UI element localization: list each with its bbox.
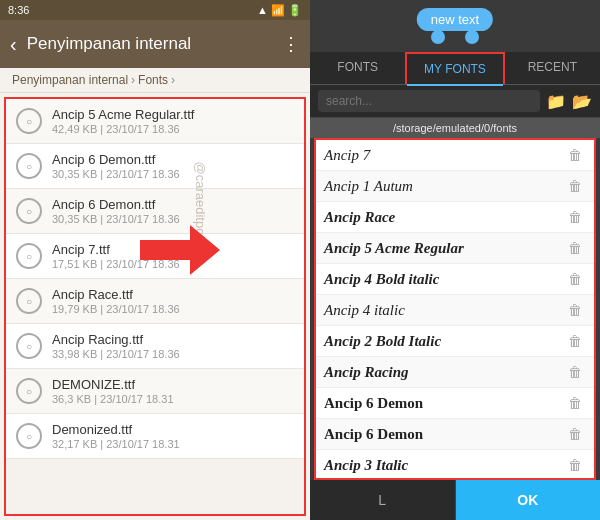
font-list-item[interactable]: Ancip Race 🗑	[316, 202, 594, 233]
font-list-item[interactable]: Ancip 7 🗑	[316, 140, 594, 171]
file-meta: 19,79 KB | 23/10/17 18.36	[52, 303, 294, 315]
font-list-item[interactable]: Ancip 3 Italic 🗑	[316, 450, 594, 480]
ok-button[interactable]: OK	[456, 480, 601, 520]
font-list-item[interactable]: Ancip 4 Bold italic 🗑	[316, 264, 594, 295]
file-icon: ○	[16, 243, 42, 269]
wifi-icon: 📶	[271, 4, 285, 17]
file-name: Ancip 6 Demon.ttf	[52, 152, 294, 167]
menu-button[interactable]: ⋮	[282, 33, 300, 55]
toolbar: ‹ Penyimpanan internal ⋮	[0, 20, 310, 68]
import-icon[interactable]: 📂	[572, 92, 592, 111]
font-label: Ancip Race	[324, 209, 564, 226]
file-icon: ○	[16, 108, 42, 134]
tab-fonts[interactable]: FONTS	[310, 52, 405, 84]
font-label: Ancip 6 Demon	[324, 395, 564, 412]
file-item[interactable]: ○ Ancip 6 Demon.ttf 30,35 KB | 23/10/17 …	[6, 144, 304, 189]
left-panel: 8:36 ▲ 📶 🔋 ‹ Penyimpanan internal ⋮ Peny…	[0, 0, 310, 520]
status-time: 8:36	[8, 4, 29, 16]
search-row: 📁 📂	[310, 85, 600, 118]
file-name: Ancip 5 Acme Regular.ttf	[52, 107, 294, 122]
file-item[interactable]: ○ Ancip Racing.ttf 33,98 KB | 23/10/17 1…	[6, 324, 304, 369]
delete-icon[interactable]: 🗑	[564, 207, 586, 227]
delete-icon[interactable]: 🗑	[564, 424, 586, 444]
delete-icon[interactable]: 🗑	[564, 145, 586, 165]
file-info: Ancip 6 Demon.ttf 30,35 KB | 23/10/17 18…	[52, 197, 294, 225]
file-info: Ancip 7.ttf 17,51 KB | 23/10/17 18.36	[52, 242, 294, 270]
file-info: Ancip 6 Demon.ttf 30,35 KB | 23/10/17 18…	[52, 152, 294, 180]
tab-my-fonts[interactable]: MY FONTS	[405, 52, 504, 84]
right-panel: new text FONTS MY FONTS RECENT 📁 📂 /stor…	[310, 0, 600, 520]
file-item[interactable]: ○ Demonized.ttf 32,17 KB | 23/10/17 18.3…	[6, 414, 304, 459]
font-label: Ancip 1 Autum	[324, 178, 564, 195]
battery-icon: 🔋	[288, 4, 302, 17]
delete-icon[interactable]: 🗑	[564, 362, 586, 382]
file-list: ○ Ancip 5 Acme Regular.ttf 42,49 KB | 23…	[4, 97, 306, 516]
file-icon: ○	[16, 378, 42, 404]
status-icons: ▲ 📶 🔋	[257, 4, 302, 17]
file-info: Demonized.ttf 32,17 KB | 23/10/17 18.31	[52, 422, 294, 450]
folder-path-bar: /storage/emulated/0/fonts	[310, 118, 600, 138]
file-meta: 30,35 KB | 23/10/17 18.36	[52, 213, 294, 225]
file-meta: 36,3 KB | 23/10/17 18.31	[52, 393, 294, 405]
file-item[interactable]: ○ Ancip 6 Demon.ttf 30,35 KB | 23/10/17 …	[6, 189, 304, 234]
handle-dots	[431, 30, 479, 44]
font-label: Ancip 4 Bold italic	[324, 271, 564, 288]
font-list-item[interactable]: Ancip 2 Bold Italic 🗑	[316, 326, 594, 357]
toolbar-title: Penyimpanan internal	[27, 34, 272, 54]
delete-icon[interactable]: 🗑	[564, 176, 586, 196]
font-label: Ancip 7	[324, 147, 564, 164]
font-label: Ancip 2 Bold Italic	[324, 333, 564, 350]
file-meta: 33,98 KB | 23/10/17 18.36	[52, 348, 294, 360]
file-info: DEMONIZE.ttf 36,3 KB | 23/10/17 18.31	[52, 377, 294, 405]
font-list-item[interactable]: Ancip 4 italic 🗑	[316, 295, 594, 326]
delete-icon[interactable]: 🗑	[564, 331, 586, 351]
delete-icon[interactable]: 🗑	[564, 238, 586, 258]
file-meta: 42,49 KB | 23/10/17 18.36	[52, 123, 294, 135]
file-name: Ancip 6 Demon.ttf	[52, 197, 294, 212]
file-icon: ○	[16, 288, 42, 314]
font-list-item[interactable]: Ancip 6 Demon 🗑	[316, 419, 594, 450]
file-icon: ○	[16, 423, 42, 449]
file-icon: ○	[16, 153, 42, 179]
file-item[interactable]: ○ DEMONIZE.ttf 36,3 KB | 23/10/17 18.31	[6, 369, 304, 414]
file-name: Ancip Race.ttf	[52, 287, 294, 302]
breadcrumb-home[interactable]: Penyimpanan internal	[12, 73, 128, 87]
file-info: Ancip Racing.ttf 33,98 KB | 23/10/17 18.…	[52, 332, 294, 360]
font-list-item[interactable]: Ancip Racing 🗑	[316, 357, 594, 388]
font-label: Ancip 3 Italic	[324, 457, 564, 474]
signal-icon: ▲	[257, 4, 268, 16]
font-list-item[interactable]: Ancip 1 Autum 🗑	[316, 171, 594, 202]
file-meta: 32,17 KB | 23/10/17 18.31	[52, 438, 294, 450]
file-name: Ancip Racing.ttf	[52, 332, 294, 347]
file-meta: 17,51 KB | 23/10/17 18.36	[52, 258, 294, 270]
cancel-button[interactable]: L	[310, 480, 456, 520]
file-item[interactable]: ○ Ancip Race.ttf 19,79 KB | 23/10/17 18.…	[6, 279, 304, 324]
font-label: Ancip 5 Acme Regular	[324, 240, 564, 257]
folder-icon[interactable]: 📁	[546, 92, 566, 111]
file-name: Ancip 7.ttf	[52, 242, 294, 257]
file-icon: ○	[16, 198, 42, 224]
file-item[interactable]: ○ Ancip 7.ttf 17,51 KB | 23/10/17 18.36	[6, 234, 304, 279]
delete-icon[interactable]: 🗑	[564, 455, 586, 475]
handle-dot-left	[431, 30, 445, 44]
file-meta: 30,35 KB | 23/10/17 18.36	[52, 168, 294, 180]
breadcrumb-fonts[interactable]: Fonts	[138, 73, 168, 87]
delete-icon[interactable]: 🗑	[564, 269, 586, 289]
new-text-bubble: new text	[417, 8, 493, 31]
delete-icon[interactable]: 🗑	[564, 300, 586, 320]
back-button[interactable]: ‹	[10, 33, 17, 56]
file-name: Demonized.ttf	[52, 422, 294, 437]
delete-icon[interactable]: 🗑	[564, 393, 586, 413]
font-list-item[interactable]: Ancip 5 Acme Regular 🗑	[316, 233, 594, 264]
breadcrumb: Penyimpanan internal › Fonts ›	[0, 68, 310, 93]
file-info: Ancip 5 Acme Regular.ttf 42,49 KB | 23/1…	[52, 107, 294, 135]
font-label: Ancip 4 italic	[324, 302, 564, 319]
bottom-bar: L OK	[310, 480, 600, 520]
font-label: Ancip 6 Demon	[324, 426, 564, 443]
tab-recent[interactable]: RECENT	[505, 52, 600, 84]
file-item[interactable]: ○ Ancip 5 Acme Regular.ttf 42,49 KB | 23…	[6, 99, 304, 144]
status-bar: 8:36 ▲ 📶 🔋	[0, 0, 310, 20]
font-list-item[interactable]: Ancip 6 Demon 🗑	[316, 388, 594, 419]
font-list-area: Ancip 7 🗑 Ancip 1 Autum 🗑 Ancip Race 🗑 A…	[314, 138, 596, 480]
search-input[interactable]	[318, 90, 540, 112]
